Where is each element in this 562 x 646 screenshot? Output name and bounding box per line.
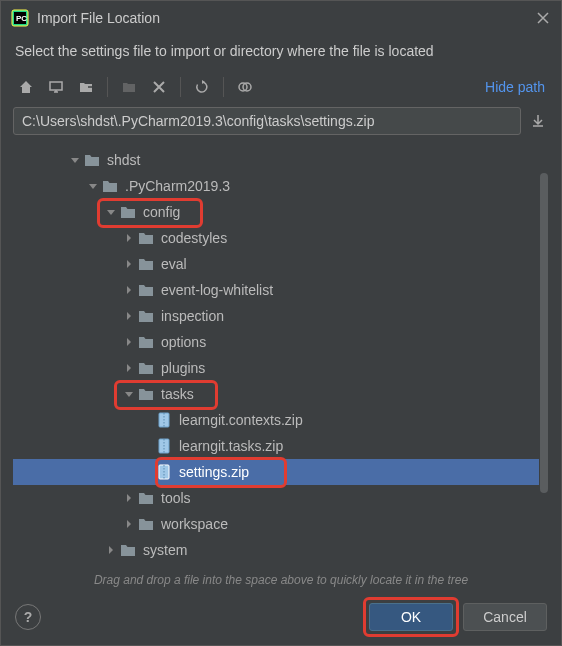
hide-path-link[interactable]: Hide path [485, 79, 549, 95]
dialog-title: Import File Location [37, 10, 535, 26]
close-icon[interactable] [535, 10, 551, 26]
file-tree[interactable]: shdst.PyCharm2019.3configcodestylesevale… [13, 143, 539, 567]
cancel-button[interactable]: Cancel [463, 603, 547, 631]
tree-item-label: learngit.tasks.zip [179, 438, 283, 454]
chevron-right-icon[interactable] [121, 259, 137, 269]
drag-hint-text: Drag and drop a file into the space abov… [1, 567, 561, 597]
tree-item-label: shdst [107, 152, 140, 168]
chevron-down-icon[interactable] [85, 181, 101, 191]
chevron-right-icon[interactable] [121, 285, 137, 295]
tree-row-codestyles[interactable]: codestyles [13, 225, 539, 251]
titlebar: PC Import File Location [1, 1, 561, 35]
save-path-icon[interactable] [527, 110, 549, 132]
chevron-right-icon[interactable] [121, 311, 137, 321]
chevron-right-icon[interactable] [121, 337, 137, 347]
zip-file-icon [155, 411, 179, 429]
tree-item-label: options [161, 334, 206, 350]
scrollbar[interactable] [539, 143, 549, 567]
tree-item-label: .PyCharm2019.3 [125, 178, 230, 194]
file-tree-container: shdst.PyCharm2019.3configcodestylesevale… [13, 143, 549, 567]
tree-row-config[interactable]: config [13, 199, 539, 225]
tree-row--pycharm2019-3[interactable]: .PyCharm2019.3 [13, 173, 539, 199]
tree-item-label: system [143, 542, 187, 558]
toolbar-separator [223, 77, 224, 97]
folder-icon [137, 229, 161, 247]
tree-row-options[interactable]: options [13, 329, 539, 355]
dialog-subtitle: Select the settings file to import or di… [1, 35, 561, 71]
folder-icon [137, 359, 161, 377]
folder-icon [119, 541, 143, 559]
path-input[interactable] [13, 107, 521, 135]
desktop-icon[interactable] [43, 75, 69, 99]
pycharm-app-icon: PC [11, 9, 29, 27]
project-icon[interactable] [73, 75, 99, 99]
tree-row-eval[interactable]: eval [13, 251, 539, 277]
folder-icon [119, 203, 143, 221]
toolbar: Hide path [1, 71, 561, 107]
toolbar-separator [107, 77, 108, 97]
tree-item-label: settings.zip [179, 464, 249, 480]
tree-row-tasks[interactable]: tasks [13, 381, 539, 407]
chevron-right-icon[interactable] [121, 493, 137, 503]
tree-item-label: tools [161, 490, 191, 506]
chevron-right-icon[interactable] [103, 545, 119, 555]
tree-row-shdst[interactable]: shdst [13, 147, 539, 173]
help-button[interactable]: ? [15, 604, 41, 630]
tree-row-plugins[interactable]: plugins [13, 355, 539, 381]
tree-item-label: codestyles [161, 230, 227, 246]
scrollbar-thumb[interactable] [540, 173, 548, 493]
toolbar-separator [180, 77, 181, 97]
tree-row-learngit-contexts-zip[interactable]: learngit.contexts.zip [13, 407, 539, 433]
import-file-location-dialog: PC Import File Location Select the setti… [0, 0, 562, 646]
tree-item-label: plugins [161, 360, 205, 376]
tree-item-label: inspection [161, 308, 224, 324]
tree-row-inspection[interactable]: inspection [13, 303, 539, 329]
folder-icon [137, 489, 161, 507]
ok-button[interactable]: OK [369, 603, 453, 631]
folder-icon [137, 333, 161, 351]
zip-file-icon [155, 437, 179, 455]
path-row [1, 107, 561, 143]
chevron-down-icon[interactable] [67, 155, 83, 165]
chevron-down-icon[interactable] [103, 207, 119, 217]
folder-icon [83, 151, 107, 169]
tree-row-tools[interactable]: tools [13, 485, 539, 511]
delete-icon[interactable] [146, 75, 172, 99]
chevron-right-icon[interactable] [121, 233, 137, 243]
folder-icon [101, 177, 125, 195]
tree-item-label: tasks [161, 386, 194, 402]
new-folder-icon[interactable] [116, 75, 142, 99]
tree-row-event-log-whitelist[interactable]: event-log-whitelist [13, 277, 539, 303]
chevron-right-icon[interactable] [121, 363, 137, 373]
folder-icon [137, 307, 161, 325]
tree-item-label: workspace [161, 516, 228, 532]
tree-item-label: config [143, 204, 180, 220]
svg-rect-4 [50, 82, 62, 90]
folder-icon [137, 281, 161, 299]
show-hidden-icon[interactable] [232, 75, 258, 99]
refresh-icon[interactable] [189, 75, 215, 99]
tree-row-settings-zip[interactable]: settings.zip [13, 459, 539, 485]
home-icon[interactable] [13, 75, 39, 99]
tree-row-workspace[interactable]: workspace [13, 511, 539, 537]
folder-icon [137, 255, 161, 273]
folder-icon [137, 385, 161, 403]
folder-icon [137, 515, 161, 533]
tree-row-learngit-tasks-zip[interactable]: learngit.tasks.zip [13, 433, 539, 459]
tree-item-label: event-log-whitelist [161, 282, 273, 298]
button-row: ? OK Cancel [1, 597, 561, 645]
tree-item-label: eval [161, 256, 187, 272]
chevron-right-icon[interactable] [121, 519, 137, 529]
svg-text:PC: PC [16, 14, 27, 23]
tree-item-label: learngit.contexts.zip [179, 412, 303, 428]
tree-row-system[interactable]: system [13, 537, 539, 563]
zip-file-icon [155, 463, 179, 481]
chevron-down-icon[interactable] [121, 389, 137, 399]
